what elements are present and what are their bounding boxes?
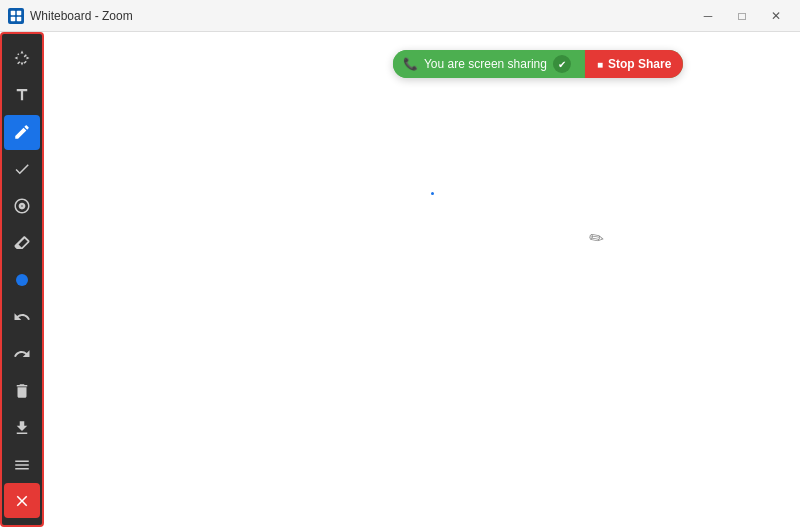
- close-whiteboard-button[interactable]: [4, 483, 40, 518]
- toolbar: [0, 32, 44, 527]
- svg-rect-0: [11, 10, 16, 15]
- shield-icon: ✔: [553, 55, 571, 73]
- download-button[interactable]: [4, 410, 40, 445]
- svg-rect-3: [17, 16, 22, 21]
- color-tool-button[interactable]: [4, 263, 40, 298]
- delete-button[interactable]: [4, 373, 40, 408]
- title-bar-left: Whiteboard - Zoom: [8, 8, 133, 24]
- redo-button[interactable]: [4, 336, 40, 371]
- maximize-button[interactable]: □: [726, 2, 758, 30]
- canvas-area[interactable]: 📞 You are screen sharing ✔ ■ Stop Share …: [44, 32, 800, 527]
- phone-icon: 📞: [403, 57, 418, 71]
- eraser-tool-button[interactable]: [4, 226, 40, 261]
- text-tool-button[interactable]: [4, 78, 40, 113]
- stop-share-button[interactable]: ■ Stop Share: [585, 50, 683, 78]
- check-tool-button[interactable]: [4, 152, 40, 187]
- stop-share-label: Stop Share: [608, 57, 671, 71]
- svg-rect-2: [11, 16, 16, 21]
- main-area: 📞 You are screen sharing ✔ ■ Stop Share …: [0, 32, 800, 527]
- stop-icon: ■: [597, 59, 603, 70]
- move-tool-button[interactable]: [4, 41, 40, 76]
- spotlight-tool-button[interactable]: [4, 189, 40, 224]
- draw-tool-button[interactable]: [4, 115, 40, 150]
- app-icon: [8, 8, 24, 24]
- minimize-button[interactable]: ─: [692, 2, 724, 30]
- banner-text: You are screen sharing: [424, 57, 547, 71]
- menu-button[interactable]: [4, 447, 40, 482]
- undo-button[interactable]: [4, 299, 40, 334]
- window-controls: ─ □ ✕: [692, 2, 792, 30]
- svg-rect-1: [17, 10, 22, 15]
- app-title: Whiteboard - Zoom: [30, 9, 133, 23]
- screen-share-banner: 📞 You are screen sharing ✔ ■ Stop Share: [393, 50, 683, 78]
- close-button[interactable]: ✕: [760, 2, 792, 30]
- title-bar: Whiteboard - Zoom ─ □ ✕: [0, 0, 800, 32]
- canvas-dot: [431, 192, 434, 195]
- banner-content: 📞 You are screen sharing ✔: [393, 50, 585, 78]
- svg-point-4: [16, 274, 28, 286]
- canvas-pencil-cursor: ✏: [587, 226, 606, 250]
